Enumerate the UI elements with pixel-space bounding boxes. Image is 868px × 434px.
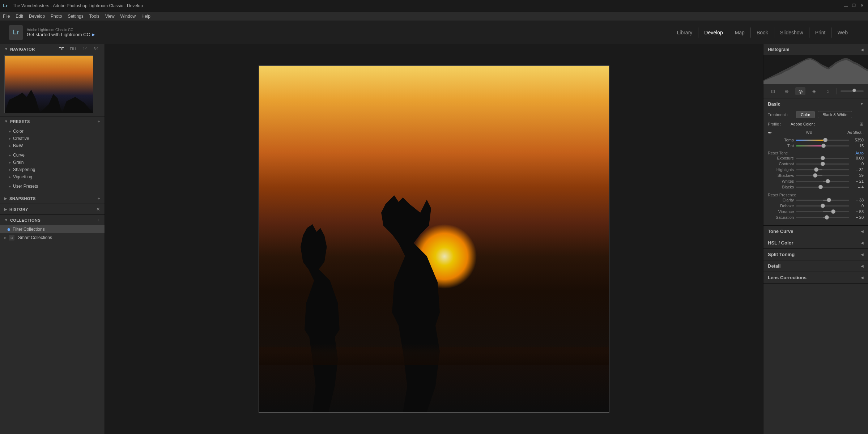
preset-bw[interactable]: ▶ B&W <box>0 142 105 149</box>
menu-view[interactable]: View <box>105 14 115 19</box>
menu-window[interactable]: Window <box>120 14 136 19</box>
clarity-slider-value: + 38 <box>851 198 864 202</box>
whites-slider-track[interactable] <box>796 181 849 182</box>
contrast-slider-row: Contrast 0 <box>768 162 864 166</box>
histogram-collapse-arrow[interactable]: ◀ <box>861 48 864 52</box>
zoom-fill[interactable]: FILL <box>68 46 78 52</box>
lens-corrections-panel[interactable]: Lens Corrections ◀ <box>763 272 868 284</box>
clarity-slider-track[interactable] <box>796 200 849 201</box>
bw-treatment-button[interactable]: Black & White <box>818 111 852 118</box>
menu-edit[interactable]: Edit <box>16 14 23 19</box>
module-print[interactable]: Print <box>809 27 832 38</box>
profile-grid-button[interactable]: ⊞ <box>859 121 864 127</box>
menu-file[interactable]: File <box>3 14 10 19</box>
filter-collections-item[interactable]: ⬢ Filter Collections <box>0 225 105 233</box>
maximize-button[interactable]: ❐ <box>851 3 857 9</box>
minimize-button[interactable]: — <box>843 3 849 9</box>
detail-panel[interactable]: Detail ◀ <box>763 260 868 272</box>
vibrance-slider-row: Vibrance + 53 <box>768 209 864 214</box>
shadows-slider-track[interactable] <box>796 175 849 176</box>
tone-curve-panel[interactable]: Tone Curve ◀ <box>763 226 868 237</box>
tools-slider[interactable] <box>841 90 864 92</box>
basic-panel-header[interactable]: Basic ▼ <box>763 98 868 110</box>
lens-corrections-arrow: ◀ <box>861 276 864 280</box>
split-toning-panel[interactable]: Split Toning ◀ <box>763 249 868 260</box>
close-button[interactable]: ✕ <box>859 3 865 9</box>
preset-user[interactable]: ▶ User Presets <box>0 183 105 190</box>
saturation-slider-thumb <box>825 215 829 220</box>
hsl-color-panel[interactable]: HSL / Color ◀ <box>763 237 868 249</box>
collections-arrow: ▼ <box>4 218 8 222</box>
detail-title: Detail <box>768 263 780 269</box>
dehaze-slider-track[interactable] <box>796 205 849 207</box>
vibrance-slider-track[interactable] <box>796 211 849 212</box>
brush-tool[interactable]: ○ <box>823 87 833 95</box>
preset-sharpening[interactable]: ▶ Sharpening <box>0 166 105 173</box>
module-book[interactable]: Book <box>751 27 774 38</box>
snapshots-add-button[interactable]: + <box>97 196 100 201</box>
title-text: The Wonderlusters - Adobe Photoshop Ligh… <box>13 3 143 8</box>
history-actions: ✕ <box>96 207 100 212</box>
menu-settings[interactable]: Settings <box>68 14 83 19</box>
preset-vignetting[interactable]: ▶ Vignetting <box>0 173 105 180</box>
navigator-zoom: FIT FILL 1:1 3:1 <box>57 46 100 52</box>
menu-help[interactable]: Help <box>141 14 150 19</box>
filter-collections-name: Filter Collections <box>13 227 45 232</box>
preset-creative[interactable]: ▶ Creative <box>0 135 105 142</box>
collections-header[interactable]: ▼ Collections + <box>0 215 105 225</box>
temp-slider-track[interactable] <box>796 140 849 141</box>
tools-separator <box>837 88 837 94</box>
module-library[interactable]: Library <box>671 27 699 38</box>
play-button[interactable]: ▶ <box>92 33 95 37</box>
menu-develop[interactable]: Develop <box>29 14 45 19</box>
wb-value: As Shot : <box>847 130 864 135</box>
highlights-slider-thumb <box>814 167 818 172</box>
zoom-3-1[interactable]: 3:1 <box>92 46 100 52</box>
highlights-slider-track[interactable] <box>796 169 849 170</box>
tint-slider-track[interactable] <box>796 145 849 146</box>
crop-tool[interactable]: ⊡ <box>768 87 778 95</box>
wb-picker-icon[interactable]: ✒ <box>768 130 773 135</box>
exposure-slider-track[interactable] <box>796 158 849 159</box>
shadows-slider-value: – 39 <box>851 173 864 178</box>
menu-tools[interactable]: Tools <box>89 14 99 19</box>
history-close-button[interactable]: ✕ <box>96 207 100 212</box>
zoom-fit[interactable]: FIT <box>57 46 65 52</box>
navigator-header-left: ▼ Navigator <box>4 47 35 51</box>
navigator-image[interactable] <box>4 55 93 113</box>
preset-color[interactable]: ▶ Color <box>0 128 105 135</box>
brand-big: Get started with Lightroom CC ▶ <box>27 32 95 37</box>
snapshots-header[interactable]: ▶ Snapshots + <box>0 193 105 204</box>
contrast-slider-track[interactable] <box>796 163 849 165</box>
gradient-tool[interactable]: ◈ <box>809 87 819 95</box>
module-develop[interactable]: Develop <box>698 27 729 38</box>
auto-button[interactable]: Auto <box>855 151 864 155</box>
history-header[interactable]: ▶ History ✕ <box>0 204 105 214</box>
preset-sharpening-name: Sharpening <box>13 167 35 172</box>
exposure-slider-label: Exposure <box>768 156 794 160</box>
navigator-header[interactable]: ▼ Navigator FIT FILL 1:1 3:1 <box>0 44 105 54</box>
module-web[interactable]: Web <box>831 27 854 38</box>
color-treatment-button[interactable]: Color <box>796 111 815 118</box>
collections-add-button[interactable]: + <box>97 217 100 223</box>
nav-silhouette <box>5 84 93 113</box>
saturation-slider-track[interactable] <box>796 217 849 218</box>
module-map[interactable]: Map <box>729 27 751 38</box>
histogram-header: Histogram ◀ <box>763 44 868 55</box>
preset-curve[interactable]: ▶ Curve <box>0 152 105 159</box>
photo-frame <box>259 65 609 413</box>
presets-header[interactable]: ▼ Presets + <box>0 116 105 126</box>
blacks-slider-track[interactable] <box>796 187 849 188</box>
preset-grain[interactable]: ▶ Grain <box>0 159 105 166</box>
menu-photo[interactable]: Photo <box>51 14 62 19</box>
profile-row: Profile : Adobe Color : ⊞ <box>768 121 864 127</box>
zoom-1-1[interactable]: 1:1 <box>81 46 89 52</box>
smart-collections-parent[interactable]: ▶ ⊟ Smart Collections <box>0 233 105 242</box>
module-slideshow[interactable]: Slideshow <box>774 27 809 38</box>
exposure-slider-value: 0.00 <box>851 156 864 160</box>
clarity-slider-thumb <box>827 198 831 202</box>
presets-add-button[interactable]: + <box>97 119 100 124</box>
redeye-tool[interactable]: ◎ <box>795 87 805 95</box>
heal-tool[interactable]: ⊕ <box>782 87 792 95</box>
histogram-title: Histogram <box>768 47 789 52</box>
